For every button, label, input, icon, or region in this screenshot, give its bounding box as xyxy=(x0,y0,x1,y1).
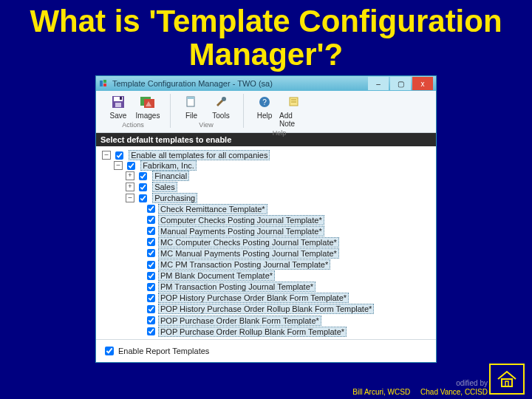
tree-label: POP Purchase Order Rollup Blank Form Tem… xyxy=(158,327,347,337)
tree-leaf[interactable]: PM Transaction Posting Journal Template* xyxy=(137,281,432,292)
tools-button[interactable]: Tools xyxy=(206,94,236,120)
toolbar-label: File xyxy=(185,112,197,120)
svg-text:?: ? xyxy=(262,98,267,106)
expand-toggle-icon[interactable]: + xyxy=(126,183,134,191)
tree-label: Financial xyxy=(152,171,189,181)
tree-checkbox[interactable] xyxy=(139,194,147,202)
window-maximize-button[interactable]: ▢ xyxy=(390,77,411,90)
tree-label: Enable all templates for all companies xyxy=(129,150,270,160)
tree-leaf-spacer xyxy=(137,228,145,235)
tree-leaf-spacer xyxy=(137,328,145,335)
tree-leaf-spacer xyxy=(137,294,145,301)
toolbar-label: Add Note xyxy=(279,112,309,128)
tree-checkbox[interactable] xyxy=(147,216,155,224)
expand-toggle-icon[interactable]: – xyxy=(102,151,111,160)
tree-leaf-spacer xyxy=(137,272,145,279)
tree-label: POP History Purchase Order Blank Form Te… xyxy=(158,293,349,303)
credits-modified: odified by xyxy=(456,379,488,387)
tree-leaf[interactable]: MC Computer Checks Posting Journal Templ… xyxy=(137,236,432,248)
app-icon xyxy=(99,79,108,88)
tree-leaf-spacer xyxy=(137,205,145,213)
tree-leaf[interactable]: POP Purchase Order Blank Form Template* xyxy=(137,314,432,325)
toolbar-separator xyxy=(243,94,244,128)
credits-author-1: Bill Arcuri, WCSD xyxy=(352,388,410,396)
tree-checkbox[interactable] xyxy=(147,294,155,302)
toolbar-group-help: ? Help Add Note Help xyxy=(247,94,312,137)
toolbar-group-label: Help xyxy=(273,129,287,137)
tree-label: POP History Purchase Order Rollup Blank … xyxy=(158,304,374,314)
tree-root[interactable]: – Enable all templates for all companies… xyxy=(102,149,432,339)
tree-checkbox[interactable] xyxy=(147,249,155,257)
svg-point-12 xyxy=(222,97,226,101)
template-tree: – Enable all templates for all companies… xyxy=(96,146,436,344)
tree-checkbox[interactable] xyxy=(147,305,155,313)
home-button[interactable] xyxy=(489,364,525,395)
toolbar-group-label: View xyxy=(199,121,213,129)
enable-report-templates-checkbox[interactable] xyxy=(105,347,114,355)
add-note-button[interactable]: Add Note xyxy=(279,94,309,128)
tree-label: Purchasing xyxy=(152,193,197,203)
expand-toggle-icon[interactable]: – xyxy=(114,161,123,170)
tree-checkbox[interactable] xyxy=(115,151,123,160)
tree-checkbox[interactable] xyxy=(147,261,155,269)
tree-leaf-spacer xyxy=(137,317,145,324)
tree-leaf-spacer xyxy=(137,283,145,290)
tree-leaf[interactable]: POP Purchase Order Rollup Blank Form Tem… xyxy=(137,326,432,337)
images-button[interactable]: Images xyxy=(133,94,163,120)
tree-checkbox[interactable] xyxy=(147,227,155,235)
tree-checkbox[interactable] xyxy=(147,272,155,280)
toolbar-group-actions: Save Images Actions xyxy=(100,94,166,129)
tree-leaf[interactable]: MC Manual Payments Posting Journal Templ… xyxy=(137,248,432,259)
window-title: Template Configuration Manager - TWO (sa… xyxy=(112,79,366,88)
svg-rect-19 xyxy=(505,381,508,386)
tree-checkbox[interactable] xyxy=(147,238,155,246)
tree-leaf-spacer xyxy=(137,250,145,257)
tree-label: PM Transaction Posting Journal Template* xyxy=(158,282,316,292)
tree-branch-sales[interactable]: + Sales xyxy=(126,181,432,192)
help-icon: ? xyxy=(256,94,273,110)
tree-leaf[interactable]: POP History Purchase Order Rollup Blank … xyxy=(137,303,432,314)
tree-label: POP Purchase Order Blank Form Template* xyxy=(158,316,321,326)
file-menu-icon xyxy=(183,94,200,110)
toolbar-label: Images xyxy=(136,112,160,120)
tree-checkbox[interactable] xyxy=(147,283,155,291)
images-icon xyxy=(140,94,156,110)
tree-checkbox[interactable] xyxy=(139,172,147,180)
tools-icon xyxy=(213,94,229,110)
tree-branch-financial[interactable]: + Financial xyxy=(126,170,432,181)
save-button[interactable]: Save xyxy=(103,94,133,120)
svg-rect-6 xyxy=(120,97,122,100)
tree-label: Computer Checks Posting Journal Template… xyxy=(158,215,324,225)
tree-leaf-spacer xyxy=(137,216,145,224)
window-minimize-button[interactable]: – xyxy=(368,77,389,90)
tree-label: MC Manual Payments Posting Journal Templ… xyxy=(158,248,339,259)
tree-checkbox[interactable] xyxy=(127,162,135,170)
tree-leaf[interactable]: Computer Checks Posting Journal Template… xyxy=(137,214,432,225)
tree-leaf-spacer xyxy=(137,261,145,268)
tree-checkbox[interactable] xyxy=(139,183,147,191)
help-button[interactable]: ? Help xyxy=(250,94,279,128)
slide-credits: odified by Bill Arcuri, WCSD Chad Vance,… xyxy=(0,379,532,396)
tree-leaf[interactable]: Manual Payments Posting Journal Template… xyxy=(137,225,432,236)
tree-leaf[interactable]: MC PM Transaction Posting Journal Templa… xyxy=(137,259,432,270)
tree-leaf[interactable]: Check Remittance Template* xyxy=(137,202,432,214)
enable-report-templates-label: Enable Report Templates xyxy=(118,347,209,355)
tree-leaf[interactable]: POP History Purchase Order Blank Form Te… xyxy=(137,292,432,303)
tree-checkbox[interactable] xyxy=(147,316,155,324)
floppy-disk-icon xyxy=(110,94,126,110)
tree-branch-purchasing[interactable]: – Purchasing Check Remittance Template*C… xyxy=(126,192,432,337)
toolbar-separator xyxy=(170,94,171,128)
tree-leaf-spacer xyxy=(137,305,145,313)
tree-company[interactable]: – Fabrikam, Inc. + Financial xyxy=(114,160,432,338)
tree-leaf[interactable]: PM Blank Document Template* xyxy=(137,270,432,281)
window-close-button[interactable]: x xyxy=(412,77,433,90)
file-button[interactable]: File xyxy=(177,94,206,120)
tree-checkbox[interactable] xyxy=(147,327,155,335)
house-icon xyxy=(497,370,517,388)
svg-rect-2 xyxy=(103,83,106,86)
expand-toggle-icon[interactable]: – xyxy=(126,194,134,202)
slide-title: What is 'Template Configuration Manager'… xyxy=(0,4,532,72)
toolbar-label: Tools xyxy=(212,112,229,120)
tree-checkbox[interactable] xyxy=(147,205,155,213)
expand-toggle-icon[interactable]: + xyxy=(126,171,134,180)
